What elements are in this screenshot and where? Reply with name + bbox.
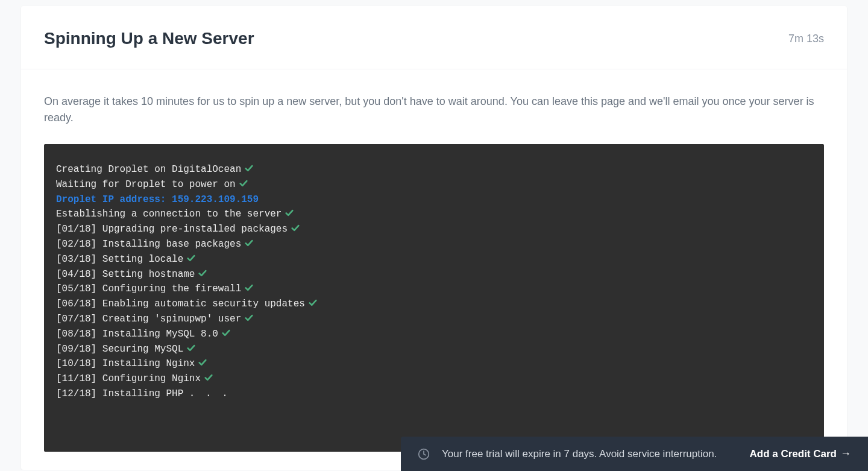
check-icon <box>241 283 253 294</box>
description-text: On average it takes 10 minutes for us to… <box>44 93 824 126</box>
terminal-line: Droplet IP address: 159.223.109.159 <box>56 192 812 207</box>
check-icon <box>201 373 213 384</box>
loading-dots: . . . <box>189 388 230 399</box>
check-icon <box>218 329 230 340</box>
terminal-line-text: [08/18] Installing MySQL 8.0 <box>56 329 218 340</box>
check-icon <box>236 179 248 190</box>
terminal-line: [05/18] Configuring the firewall <box>56 282 812 297</box>
terminal-line: [09/18] Securing MySQL <box>56 342 812 357</box>
check-icon <box>305 299 317 309</box>
check-icon <box>241 239 253 250</box>
notification-action-label: Add a Credit Card <box>749 448 837 460</box>
check-icon <box>183 254 195 265</box>
check-icon <box>195 269 207 280</box>
notification-message: Your free trial will expire in 7 days. A… <box>442 448 737 460</box>
terminal-line-text: [09/18] Securing MySQL <box>56 344 183 355</box>
terminal-line-text: Droplet IP address: 159.223.109.159 <box>56 194 259 205</box>
terminal-line: Establishing a connection to the server <box>56 207 812 222</box>
terminal-line-text: Waiting for Droplet to power on <box>56 179 236 190</box>
terminal-line-text: Establishing a connection to the server <box>56 209 281 220</box>
add-credit-card-link[interactable]: Add a Credit Card → <box>749 447 851 460</box>
terminal-line-text: [11/18] Configuring Nginx <box>56 373 201 384</box>
terminal-line: [11/18] Configuring Nginx <box>56 371 812 387</box>
check-icon <box>288 224 300 235</box>
elapsed-time: 7m 13s <box>788 33 824 45</box>
terminal-line: [01/18] Upgrading pre-installed packages <box>56 222 812 237</box>
terminal-line-text: [04/18] Setting hostname <box>56 269 195 280</box>
terminal-line-text: [05/18] Configuring the firewall <box>56 283 241 294</box>
terminal-line-text: [03/18] Setting locale <box>56 254 183 265</box>
clock-icon <box>418 448 430 460</box>
terminal-output: Creating Droplet on DigitalOceanWaiting … <box>44 144 824 452</box>
terminal-line-text: Creating Droplet on DigitalOcean <box>56 164 241 175</box>
check-icon <box>183 344 195 355</box>
arrow-right-icon: → <box>840 447 851 460</box>
terminal-line: Waiting for Droplet to power on <box>56 177 812 192</box>
check-icon <box>241 164 253 175</box>
terminal-line: [03/18] Setting locale <box>56 252 812 267</box>
terminal-line: [02/18] Installing base packages <box>56 237 812 252</box>
terminal-line-text: [06/18] Enabling automatic security upda… <box>56 299 305 309</box>
trial-notification-bar: Your free trial will expire in 7 days. A… <box>401 437 868 470</box>
card-body: On average it takes 10 minutes for us to… <box>21 69 847 470</box>
check-icon <box>195 358 207 369</box>
terminal-line-text: [07/18] Creating 'spinupwp' user <box>56 314 241 324</box>
terminal-line: [06/18] Enabling automatic security upda… <box>56 297 812 312</box>
check-icon <box>281 209 294 220</box>
terminal-line: [04/18] Setting hostname <box>56 267 812 282</box>
terminal-line: [08/18] Installing MySQL 8.0 <box>56 327 812 342</box>
terminal-line-text: [02/18] Installing base packages <box>56 239 241 250</box>
terminal-line: [10/18] Installing Nginx <box>56 356 812 371</box>
terminal-line-text: [01/18] Upgrading pre-installed packages <box>56 224 288 235</box>
provisioning-card: Spinning Up a New Server 7m 13s On avera… <box>21 6 847 470</box>
terminal-line: [07/18] Creating 'spinupwp' user <box>56 312 812 327</box>
terminal-line: [12/18] Installing PHP . . . <box>56 387 812 402</box>
terminal-line: Creating Droplet on DigitalOcean <box>56 162 812 177</box>
terminal-line-text: [12/18] Installing PHP <box>56 388 189 399</box>
terminal-line-text: [10/18] Installing Nginx <box>56 358 195 369</box>
check-icon <box>241 314 253 324</box>
card-header: Spinning Up a New Server 7m 13s <box>21 6 847 69</box>
page-title: Spinning Up a New Server <box>44 29 254 48</box>
